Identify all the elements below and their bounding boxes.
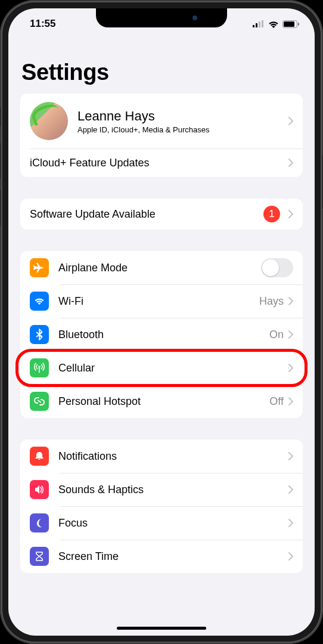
speaker-icon <box>30 480 49 499</box>
cell-signal-icon <box>253 20 265 27</box>
row-label: Personal Hotspot <box>58 395 269 408</box>
notification-badge: 1 <box>263 206 280 222</box>
wifi-settings-icon <box>30 292 49 311</box>
chevron-right-icon <box>288 452 293 460</box>
wifi-icon <box>268 20 279 28</box>
row-label: Airplane Mode <box>58 262 261 274</box>
svg-rect-2 <box>259 21 260 27</box>
airplane-toggle[interactable] <box>261 258 293 277</box>
row-detail: On <box>269 329 284 341</box>
chevron-right-icon <box>288 210 293 218</box>
row-label: Software Update Available <box>30 208 263 221</box>
chevron-right-icon <box>288 159 293 167</box>
row-label: iCloud+ Feature Updates <box>30 157 288 169</box>
battery-icon <box>282 20 299 28</box>
volume-up-button <box>0 143 1 179</box>
bluetooth-icon <box>30 325 49 344</box>
airplane-icon <box>30 258 49 277</box>
chevron-right-icon <box>288 485 293 494</box>
software-update-row[interactable]: Software Update Available 1 <box>20 199 303 230</box>
antenna-icon <box>30 358 49 377</box>
mute-switch <box>0 107 1 126</box>
apple-id-row[interactable]: Leanne Hays Apple ID, iCloud+, Media & P… <box>20 94 303 148</box>
bell-icon <box>30 447 49 466</box>
page-title: Settings <box>21 60 303 85</box>
row-label: Notifications <box>58 450 288 463</box>
chevron-right-icon <box>288 297 293 305</box>
chevron-right-icon <box>288 552 293 561</box>
svg-rect-5 <box>284 21 294 27</box>
chevron-right-icon <box>288 330 293 339</box>
bluetooth-row[interactable]: Bluetooth On <box>20 318 303 351</box>
chevron-right-icon <box>288 364 293 372</box>
link-icon <box>30 392 49 411</box>
profile-group: Leanne Hays Apple ID, iCloud+, Media & P… <box>20 94 303 177</box>
moon-icon <box>30 513 49 532</box>
row-label: Cellular <box>58 362 288 374</box>
avatar <box>30 102 68 140</box>
wifi-row[interactable]: Wi-Fi Hays <box>20 284 303 318</box>
general-group: Notifications Sounds & Haptics Focus <box>20 439 303 573</box>
profile-subtitle: Apple ID, iCloud+, Media & Purchases <box>77 125 288 134</box>
settings-content[interactable]: Settings Leanne Hays Apple ID, iCloud+, … <box>8 39 315 573</box>
front-camera <box>192 16 197 20</box>
chevron-right-icon <box>288 117 293 125</box>
chevron-right-icon <box>288 397 293 405</box>
phone-device-frame: 11:55 Settings Leanne Hays Apple ID, iCl… <box>0 0 323 644</box>
status-time: 11:55 <box>30 18 55 30</box>
focus-row[interactable]: Focus <box>20 506 303 540</box>
notch <box>96 8 227 27</box>
notifications-row[interactable]: Notifications <box>20 439 303 473</box>
row-label: Screen Time <box>58 550 288 563</box>
software-update-group: Software Update Available 1 <box>20 199 303 230</box>
svg-rect-0 <box>253 25 254 27</box>
sounds-row[interactable]: Sounds & Haptics <box>20 473 303 506</box>
row-label: Bluetooth <box>58 329 269 341</box>
home-indicator[interactable] <box>117 627 206 630</box>
svg-rect-1 <box>256 23 257 27</box>
row-detail: Hays <box>259 295 284 308</box>
personal-hotspot-row[interactable]: Personal Hotspot Off <box>20 385 303 418</box>
screen-time-row[interactable]: Screen Time <box>20 540 303 573</box>
status-icons <box>253 20 299 28</box>
airplane-mode-row[interactable]: Airplane Mode <box>20 251 303 284</box>
profile-name: Leanne Hays <box>77 109 288 124</box>
volume-down-button <box>0 190 1 225</box>
svg-rect-6 <box>298 23 299 26</box>
hourglass-icon <box>30 547 49 566</box>
row-label: Focus <box>58 517 288 530</box>
svg-rect-3 <box>262 20 263 27</box>
icloud-feature-updates-row[interactable]: iCloud+ Feature Updates <box>20 148 303 177</box>
chevron-right-icon <box>288 519 293 527</box>
network-group: Airplane Mode Wi-Fi Hays Bluetooth <box>20 251 303 418</box>
cellular-row[interactable]: Cellular <box>20 351 303 385</box>
screen: 11:55 Settings Leanne Hays Apple ID, iCl… <box>8 8 315 636</box>
row-label: Sounds & Haptics <box>58 484 288 496</box>
row-label: Wi-Fi <box>58 295 259 308</box>
row-detail: Off <box>269 395 284 408</box>
